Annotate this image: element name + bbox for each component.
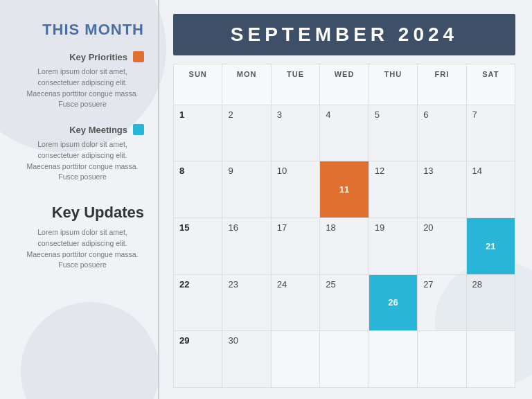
cal-cell-23: 23: [222, 275, 271, 332]
cal-cell-7: 7: [467, 105, 515, 162]
meetings-section: Key Meetings Lorem ipsum dolor sit amet,…: [21, 124, 144, 183]
updates-section: Key Updates Lorem ipsum dolor sit amet, …: [21, 197, 144, 271]
col-header-fri: FRI: [418, 64, 466, 105]
calendar-area: SEPTEMBER 2024 SUN MON TUE WED THU FRI S…: [159, 0, 532, 399]
cal-cell-12: 12: [369, 161, 418, 218]
cal-cell-empty-5: [467, 331, 515, 388]
col-header-mon: MON: [222, 64, 271, 105]
page-container: THIS MONTH Key Priorities Lorem ipsum do…: [0, 0, 532, 399]
cal-cell-29: 29: [174, 331, 222, 388]
updates-title: Key Updates: [21, 204, 144, 222]
sidebar: THIS MONTH Key Priorities Lorem ipsum do…: [0, 0, 159, 399]
cal-cell-14: 14: [467, 161, 515, 218]
cal-cell-16: 16: [222, 218, 271, 275]
sidebar-title: THIS MONTH: [21, 21, 144, 39]
cal-cell-5: 5: [369, 105, 418, 162]
col-header-thu: THU: [369, 64, 418, 105]
updates-body: Lorem ipsum dolor sit amet, consectetuer…: [21, 227, 144, 271]
cal-cell-20: 20: [418, 218, 466, 275]
meetings-color-box: [133, 124, 144, 135]
col-header-wed: WED: [320, 64, 369, 105]
cal-cell-2: 2: [222, 105, 271, 162]
cal-cell-3: 3: [272, 105, 320, 162]
cal-cell-1: 1: [174, 105, 222, 162]
meetings-body: Lorem ipsum dolor sit amet, consectetuer…: [21, 139, 144, 183]
cal-cell-11: 11: [320, 161, 369, 218]
priorities-label-row: Key Priorities: [21, 51, 144, 62]
priorities-body: Lorem ipsum dolor sit amet, consectetuer…: [21, 66, 144, 110]
calendar-header: SEPTEMBER 2024: [173, 14, 515, 55]
cal-cell-26: 26: [369, 275, 418, 332]
priorities-label: Key Priorities: [69, 52, 127, 62]
cal-cell-27: 27: [418, 275, 466, 332]
priorities-color-box: [133, 51, 144, 62]
cal-cell-6: 6: [418, 105, 466, 162]
cal-cell-30: 30: [222, 331, 271, 388]
cal-cell-15: 15: [174, 218, 222, 275]
col-header-sun: SUN: [174, 64, 222, 105]
cal-cell-13: 13: [418, 161, 466, 218]
meetings-label-row: Key Meetings: [21, 124, 144, 135]
cal-cell-4: 4: [320, 105, 369, 162]
cal-cell-19: 19: [369, 218, 418, 275]
cal-cell-empty-2: [320, 331, 369, 388]
cal-cell-10: 10: [272, 161, 320, 218]
cal-cell-empty-1: [272, 331, 320, 388]
cal-cell-17: 17: [272, 218, 320, 275]
calendar-grid: SUN MON TUE WED THU FRI SAT 1 2 3 4 5 6 …: [173, 64, 515, 388]
col-header-tue: TUE: [272, 64, 320, 105]
priorities-section: Key Priorities Lorem ipsum dolor sit ame…: [21, 51, 144, 110]
meetings-label: Key Meetings: [69, 125, 127, 135]
cal-cell-25: 25: [320, 275, 369, 332]
col-header-sat: SAT: [467, 64, 515, 105]
cal-cell-28: 28: [467, 275, 515, 332]
cal-cell-empty-3: [369, 331, 418, 388]
cal-cell-9: 9: [222, 161, 271, 218]
cal-cell-8: 8: [174, 161, 222, 218]
cal-cell-18: 18: [320, 218, 369, 275]
cal-cell-24: 24: [272, 275, 320, 332]
cal-cell-empty-4: [418, 331, 466, 388]
cal-cell-22: 22: [174, 275, 222, 332]
cal-cell-21: 21: [467, 218, 515, 275]
